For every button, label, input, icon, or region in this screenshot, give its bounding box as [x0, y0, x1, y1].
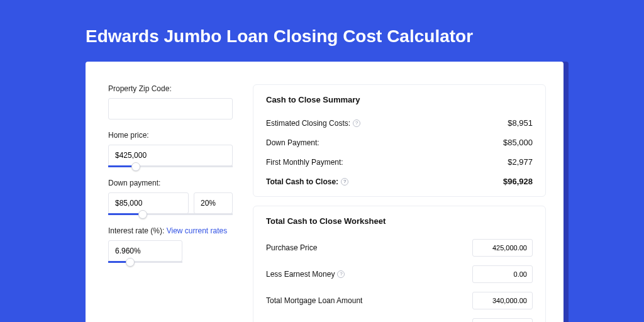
page-title: Edwards Jumbo Loan Closing Cost Calculat…: [0, 0, 644, 62]
worksheet-row: Less Earnest Money ?: [266, 261, 533, 287]
summary-row-label: First Monthly Payment:: [266, 158, 343, 167]
interest-slider[interactable]: [108, 261, 182, 263]
home-price-group: Home price:: [108, 131, 233, 167]
results-column: Cash to Close Summary Estimated Closing …: [248, 84, 564, 322]
form-column: Property Zip Code: Home price: Down paym…: [86, 84, 248, 322]
summary-heading: Cash to Close Summary: [266, 95, 533, 104]
interest-group: Interest rate (%): View current rates: [108, 226, 233, 263]
worksheet-row-input[interactable]: [472, 318, 533, 322]
summary-row-value: $96,928: [503, 177, 533, 186]
summary-row-label: Estimated Closing Costs: ?: [266, 119, 360, 128]
down-payment-group: Down payment:: [108, 179, 233, 215]
worksheet-row: Total Mortgage Loan Amount: [266, 287, 533, 314]
help-icon[interactable]: ?: [341, 178, 348, 186]
worksheet-row: Total Second Mortgage Amount ?: [266, 314, 533, 322]
summary-row: First Monthly Payment: $2,977: [266, 152, 533, 172]
card-body: Property Zip Code: Home price: Down paym…: [86, 62, 564, 322]
worksheet-row-input[interactable]: [472, 239, 533, 257]
down-payment-pct-input[interactable]: [194, 192, 233, 214]
worksheet-heading: Total Cash to Close Worksheet: [266, 216, 533, 226]
worksheet-row: Purchase Price: [266, 235, 533, 261]
down-payment-label: Down payment:: [108, 179, 233, 187]
worksheet-row-input[interactable]: [472, 265, 533, 283]
worksheet-panel: Total Cash to Close Worksheet Purchase P…: [253, 206, 546, 322]
summary-row: Down Payment: $85,000: [266, 133, 533, 152]
home-price-label: Home price:: [108, 131, 233, 140]
worksheet-row-label: Less Earnest Money ?: [266, 270, 345, 279]
down-payment-slider-thumb[interactable]: [138, 210, 147, 219]
summary-row-value: $85,000: [503, 138, 533, 147]
down-payment-input[interactable]: [108, 192, 189, 214]
zip-input[interactable]: [108, 98, 233, 119]
help-icon[interactable]: ?: [353, 119, 360, 127]
view-rates-link[interactable]: View current rates: [167, 226, 228, 235]
interest-slider-thumb[interactable]: [126, 258, 135, 267]
interest-label-row: Interest rate (%): View current rates: [108, 226, 233, 235]
home-price-input[interactable]: [108, 145, 233, 166]
help-icon[interactable]: ?: [337, 270, 345, 278]
down-payment-slider[interactable]: [108, 213, 233, 215]
worksheet-row-label: Total Mortgage Loan Amount: [266, 296, 362, 305]
summary-row: Estimated Closing Costs: ?$8,951: [266, 113, 533, 133]
home-price-slider[interactable]: [108, 165, 233, 167]
down-payment-slider-fill: [108, 213, 143, 215]
interest-input[interactable]: [108, 240, 182, 262]
interest-label: Interest rate (%):: [108, 226, 164, 235]
worksheet-row-label: Purchase Price: [266, 243, 317, 252]
summary-panel: Cash to Close Summary Estimated Closing …: [253, 84, 546, 197]
home-price-slider-thumb[interactable]: [131, 162, 140, 171]
summary-row-label: Total Cash to Close: ?: [266, 177, 348, 186]
summary-row: Total Cash to Close: ?$96,928: [266, 172, 533, 191]
calculator-card: Property Zip Code: Home price: Down paym…: [86, 62, 564, 322]
summary-row-value: $2,977: [508, 157, 533, 167]
worksheet-row-input[interactable]: [472, 292, 533, 309]
zip-group: Property Zip Code:: [108, 84, 233, 119]
summary-row-label: Down Payment:: [266, 138, 319, 147]
zip-label: Property Zip Code:: [108, 84, 233, 93]
summary-row-value: $8,951: [508, 118, 533, 128]
